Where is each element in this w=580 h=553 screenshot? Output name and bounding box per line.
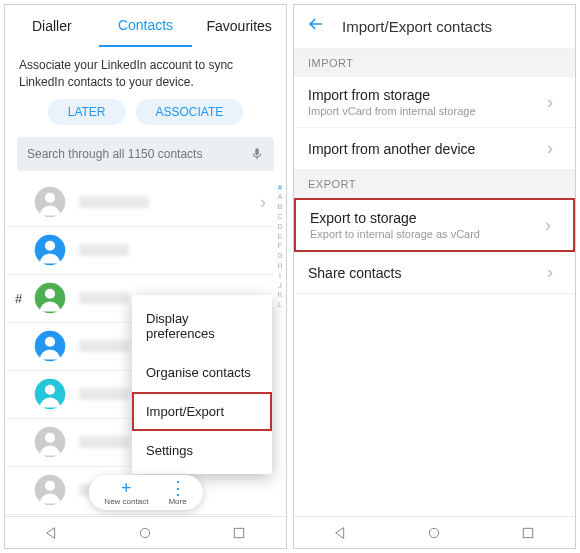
option-import-from-storage[interactable]: Import from storage Import vCard from in… <box>294 77 575 128</box>
linkedin-buttons: LATER ASSOCIATE <box>5 91 286 137</box>
index-letter[interactable]: A <box>278 192 283 202</box>
svg-point-5 <box>45 289 55 299</box>
svg-point-7 <box>45 337 55 347</box>
menu-settings[interactable]: Settings <box>132 431 272 470</box>
avatar <box>33 329 67 363</box>
contact-row[interactable]: › <box>5 179 274 227</box>
tab-favourites[interactable]: Favourites <box>192 5 286 47</box>
section-marker: # <box>15 291 22 306</box>
avatar <box>33 185 67 219</box>
index-letter[interactable]: H <box>277 261 282 271</box>
menu-organise-contacts[interactable]: Organise contacts <box>132 353 272 392</box>
avatar <box>33 233 67 267</box>
svg-rect-17 <box>234 528 243 537</box>
plus-icon: + <box>121 479 132 497</box>
contact-name-redacted <box>79 388 129 400</box>
index-letter[interactable]: J <box>278 281 282 291</box>
back-button[interactable] <box>306 14 326 39</box>
tab-dialler[interactable]: Dialler <box>5 5 99 47</box>
screen-contacts: Dialler Contacts Favourites Associate yo… <box>4 4 287 549</box>
more-icon: ⋮ <box>169 479 187 497</box>
svg-point-9 <box>45 385 55 395</box>
page-title: Import/Export contacts <box>342 18 492 35</box>
screen-import-export: Import/Export contacts IMPORT Import fro… <box>293 4 576 549</box>
option-export-to-storage[interactable]: Export to storage Export to internal sto… <box>294 198 575 252</box>
index-letter[interactable]: D <box>277 222 282 232</box>
svg-rect-19 <box>523 528 532 537</box>
index-scroller[interactable]: #ABCDEFGHIJKL <box>274 179 286 516</box>
nav-back-icon[interactable] <box>44 525 60 541</box>
header: Import/Export contacts <box>294 5 575 49</box>
linkedin-banner-text: Associate your LinkedIn account to sync … <box>5 47 286 91</box>
arrow-left-icon <box>306 14 326 34</box>
index-letter[interactable]: C <box>277 212 282 222</box>
nav-home-icon[interactable] <box>137 525 153 541</box>
chevron-right-icon: › <box>547 262 553 283</box>
mic-icon[interactable] <box>250 147 264 161</box>
avatar <box>33 425 67 459</box>
contact-row[interactable] <box>5 515 274 516</box>
nav-bar <box>294 516 575 548</box>
chevron-right-icon: › <box>547 138 553 159</box>
nav-recent-icon[interactable] <box>520 525 536 541</box>
svg-point-3 <box>45 241 55 251</box>
index-letter[interactable]: G <box>277 251 282 261</box>
index-letter[interactable]: B <box>278 202 283 212</box>
option-import-from-device[interactable]: Import from another device › <box>294 128 575 170</box>
avatar <box>33 377 67 411</box>
chevron-right-icon: › <box>545 215 551 236</box>
nav-recent-icon[interactable] <box>231 525 247 541</box>
avatar <box>33 473 67 507</box>
contact-name-redacted <box>79 292 129 304</box>
index-letter[interactable]: # <box>278 183 282 193</box>
tab-contacts[interactable]: Contacts <box>99 5 193 47</box>
index-letter[interactable]: E <box>278 232 283 242</box>
associate-button[interactable]: ASSOCIATE <box>136 99 244 125</box>
index-letter[interactable]: L <box>278 300 282 310</box>
chevron-right-icon: › <box>547 92 553 113</box>
index-letter[interactable]: I <box>279 271 281 281</box>
more-button[interactable]: ⋮ More <box>168 479 186 506</box>
floating-action-bar: + New contact ⋮ More <box>88 475 202 510</box>
svg-point-16 <box>141 528 150 537</box>
option-share-contacts[interactable]: Share contacts › <box>294 252 575 294</box>
contact-row[interactable] <box>5 227 274 275</box>
contact-name-redacted <box>79 340 129 352</box>
svg-point-13 <box>45 481 55 491</box>
svg-point-11 <box>45 433 55 443</box>
contact-name-redacted <box>79 196 149 208</box>
index-letter[interactable]: K <box>278 290 283 300</box>
svg-point-18 <box>430 528 439 537</box>
search-input[interactable] <box>27 147 250 161</box>
menu-display-preferences[interactable]: Display preferences <box>132 299 272 353</box>
svg-point-1 <box>45 193 55 203</box>
new-contact-button[interactable]: + New contact <box>104 479 148 506</box>
menu-import-export[interactable]: Import/Export <box>132 392 272 431</box>
chevron-right-icon: › <box>260 192 266 213</box>
section-import: IMPORT <box>294 49 575 77</box>
nav-back-icon[interactable] <box>333 525 349 541</box>
search-bar[interactable] <box>17 137 274 171</box>
later-button[interactable]: LATER <box>48 99 126 125</box>
tabs: Dialler Contacts Favourites <box>5 5 286 47</box>
index-letter[interactable]: F <box>278 241 282 251</box>
contact-name-redacted <box>79 244 129 256</box>
avatar <box>33 281 67 315</box>
nav-home-icon[interactable] <box>426 525 442 541</box>
nav-bar <box>5 516 286 548</box>
contact-name-redacted <box>79 436 129 448</box>
section-export: EXPORT <box>294 170 575 198</box>
overflow-menu: Display preferences Organise contacts Im… <box>132 295 272 474</box>
